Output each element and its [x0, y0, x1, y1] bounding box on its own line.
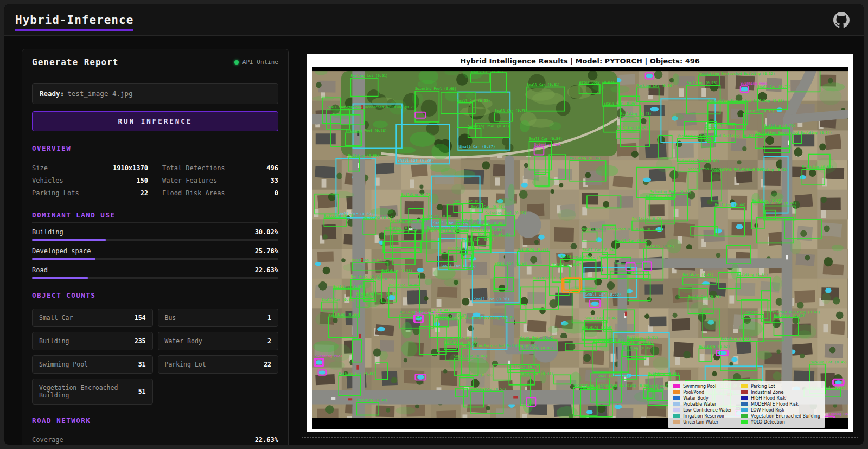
svg-text:Small Car (0.86): Small Car (0.86): [454, 354, 487, 358]
land-use-heading: DOMINANT LAND USE: [32, 211, 278, 223]
svg-text:Building (0.58): Building (0.58): [381, 268, 412, 273]
main-content: Generate Report API Online Ready:test_im…: [4, 36, 864, 445]
legend-label: Water Body: [683, 396, 708, 401]
object-count-card-value: 235: [135, 337, 146, 345]
ready-label: Ready:: [40, 89, 64, 98]
svg-text:Small Car (0.60): Small Car (0.60): [459, 373, 493, 377]
top-bar: Hybrid-Inference: [4, 4, 864, 36]
github-icon[interactable]: [833, 12, 850, 28]
legend-swatch-icon: [673, 390, 680, 394]
object-count-card: Vegetation-Encroached Building51: [32, 379, 153, 405]
overview-stat-label: Vehicles: [32, 177, 63, 184]
svg-text:Vegetation-Encroached Building: Vegetation-Encroached Building (0.47): [437, 316, 514, 320]
svg-text:Building (0.71): Building (0.71): [533, 276, 564, 280]
svg-text:Swimming Pool (0.43): Swimming Pool (0.43): [468, 124, 509, 129]
legend-swatch-icon: [673, 408, 680, 412]
svg-text:Vegetation-Encroached Building: Vegetation-Encroached Building (0.90): [688, 167, 765, 171]
object-count-card-label: Bus: [165, 314, 176, 322]
figure-title: Hybrid Intelligence Results | Model: PYT…: [307, 54, 853, 67]
svg-text:Vegetation-Encroached Building: Vegetation-Encroached Building (0.32): [698, 72, 775, 76]
legend-label: YOLO Detection: [751, 420, 785, 425]
svg-text:Small Car (0.37): Small Car (0.37): [459, 145, 495, 149]
land-use-bar-track: [32, 277, 278, 279]
generate-report-card: Generate Report API Online Ready:test_im…: [22, 49, 289, 445]
svg-text:Small Car (0.54): Small Car (0.54): [529, 137, 562, 141]
land-use-value: 22.63%: [255, 266, 278, 274]
legend-swatch-icon: [741, 396, 748, 400]
overview-stat-value: 496: [266, 164, 278, 172]
svg-text:Building (0.31): Building (0.31): [593, 338, 624, 343]
run-inference-button[interactable]: RUN INFERENCE: [32, 111, 278, 131]
overview-stat-value: 33: [271, 177, 278, 184]
road-stat: Coverage22.63%: [32, 434, 278, 445]
land-use: Road22.63%: [32, 266, 278, 274]
svg-text:Vegetation-Encroached Building: Vegetation-Encroached Building (0.85): [708, 99, 784, 103]
svg-text:Building (0.52): Building (0.52): [752, 198, 783, 202]
legend-item: MODERATE Flood Risk: [741, 402, 820, 407]
legend-swatch-icon: [673, 420, 680, 424]
overview-stat: Water Features33: [162, 174, 278, 187]
svg-text:Small Car (0.60): Small Car (0.60): [585, 292, 621, 297]
object-counts-grid: Small Car154Bus1Building235Water Body2Sw…: [32, 309, 278, 405]
svg-text:Small Car (0.76): Small Car (0.76): [604, 101, 637, 106]
svg-text:Building (0.43): Building (0.43): [621, 112, 652, 116]
legend-swatch-icon: [741, 420, 748, 424]
aerial-image: Small Car (0.60)Small Car (0.69)Small Ca…: [312, 67, 848, 429]
legend-column: Parking LotIndustrial ZoneHIGH Flood Ris…: [741, 384, 820, 425]
legend-swatch-icon: [741, 390, 748, 394]
svg-text:Building (0.44): Building (0.44): [715, 203, 746, 207]
card-header: Generate Report API Online: [22, 49, 288, 75]
legend-item: Probable Water: [673, 402, 732, 407]
land-use-bars: Building30.02%Developed space25.78%Road2…: [32, 228, 278, 279]
svg-text:Building (0.77): Building (0.77): [518, 247, 548, 252]
land-use: Building30.02%: [32, 228, 278, 236]
svg-text:Building (0.83): Building (0.83): [472, 228, 503, 232]
legend-swatch-icon: [673, 414, 680, 418]
object-count-card: Building235: [32, 332, 153, 350]
svg-text:Building (0.80): Building (0.80): [422, 214, 453, 219]
svg-text:Building (0.36): Building (0.36): [570, 156, 601, 161]
overview-stat-value: 0: [275, 189, 278, 197]
legend-label: Pool/Pond: [683, 390, 704, 395]
land-use-row: Building30.02%: [32, 228, 278, 241]
legend-label: Industrial Zone: [751, 390, 783, 395]
legend-column: Swimming PoolPool/PondWater BodyProbable…: [673, 384, 732, 425]
legend-item: Industrial Zone: [741, 390, 820, 395]
overview-stats: Size1910x1370Total Detections496Vehicles…: [32, 162, 278, 199]
object-count-card: Swimming Pool31: [32, 355, 153, 374]
svg-text:Building (0.73): Building (0.73): [324, 214, 355, 218]
svg-text:Building (0.85): Building (0.85): [643, 244, 674, 248]
land-use-label: Developed space: [32, 247, 91, 255]
road-stat-value: 22.63%: [255, 436, 278, 444]
overview-stat-label: Flood Risk Areas: [162, 189, 225, 197]
svg-text:Building (0.93): Building (0.93): [687, 81, 718, 85]
svg-text:Small Car (0.70): Small Car (0.70): [688, 294, 721, 299]
svg-text:Building (0.50): Building (0.50): [632, 216, 663, 221]
object-count-card-label: Swimming Pool: [39, 361, 88, 368]
svg-text:Small Car (0.54): Small Car (0.54): [582, 248, 615, 252]
object-count-card-value: 154: [135, 314, 146, 322]
object-count-card-label: Vegetation-Encroached Building: [39, 384, 138, 399]
svg-text:Swimming Pool: Swimming Pool: [315, 354, 342, 358]
svg-text:Small Car (0.86): Small Car (0.86): [427, 226, 460, 230]
road-network-heading: ROAD NETWORK: [32, 416, 278, 428]
svg-text:Vegetation-Encroached Building: Vegetation-Encroached Building (0.46): [678, 134, 754, 138]
app-title: Hybrid-Inference: [15, 14, 133, 31]
svg-text:Building (0.72): Building (0.72): [705, 123, 736, 127]
svg-text:Small Car (0.78): Small Car (0.78): [495, 108, 528, 113]
object-counts-heading: OBJECT COUNTS: [32, 291, 278, 303]
legend-label: Parking Lot: [751, 384, 775, 389]
overview-stat-label: Size: [32, 164, 48, 172]
svg-text:Small Car (0.40): Small Car (0.40): [471, 204, 504, 209]
svg-text:Building (0.84): Building (0.84): [737, 273, 768, 277]
svg-text:Building (0.79): Building (0.79): [764, 124, 795, 128]
file-ready-field[interactable]: Ready:test_image-4.jpg: [32, 83, 278, 104]
svg-text:Vegetation-Encroached Building: Vegetation-Encroached Building (0.73): [340, 105, 417, 110]
legend-item: LOW Flood Risk: [741, 408, 820, 413]
legend-swatch-icon: [741, 402, 748, 406]
road-network-stats: Coverage22.63%Est. Length16715 pxMajor C…: [32, 434, 278, 445]
legend-item: Vegetation-Encroached Building: [741, 414, 820, 419]
svg-text:Building (0.31): Building (0.31): [627, 336, 658, 340]
land-use-value: 30.02%: [255, 228, 278, 236]
svg-text:Small Car (0.32): Small Car (0.32): [457, 98, 490, 102]
